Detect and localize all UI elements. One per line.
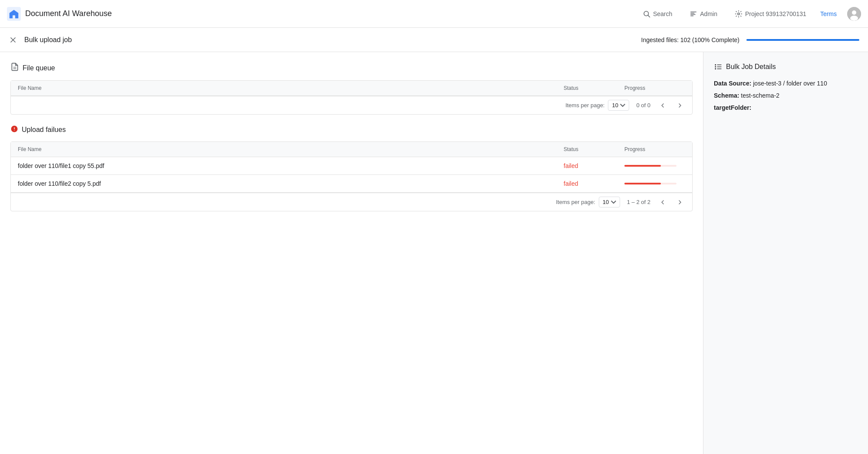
search-label: Search [653,10,672,17]
failures-prev-page-icon [659,199,666,206]
upload-failures-title: Upload failues [22,126,66,134]
ingestion-progress-bar [746,39,859,41]
detail-schema: Schema: test-schema-2 [714,92,858,99]
detail-data-source: Data Source: jose-test-3 / folder over 1… [714,80,858,87]
file-queue-items-per-page-select[interactable]: 10 25 50 [608,100,629,111]
file-queue-icon [10,63,19,73]
admin-icon [690,10,697,18]
ingestion-info: Ingested files: 102 (100% Complete) [641,36,859,43]
data-source-label: Data Source: [714,80,751,87]
items-per-page-label-2: Items per page: [556,199,595,205]
failure-row-2-filename: folder over 110/file2 copy 5.pdf [18,180,564,187]
bulk-upload-title: Bulk upload job [24,36,72,44]
app-title: Document AI Warehouse [25,9,112,18]
failures-next-page-icon [677,199,683,206]
target-folder-label: targetFolder: [714,104,751,111]
file-queue-col-filename: File Name [18,85,564,91]
error-icon [10,125,18,135]
close-button[interactable] [9,36,17,44]
failures-col-filename: File Name [18,146,564,152]
upload-failures-table-footer: Items per page: 10 25 50 1 – 2 of 2 [11,193,692,211]
upload-failures-items-per-page-select[interactable]: 10 25 50 [599,197,620,207]
data-source-value: jose-test-3 / folder over 110 [753,80,827,87]
upload-failures-items-per-page: Items per page: 10 25 50 [556,197,620,207]
ingestion-progress-fill [746,39,859,41]
app-logo-icon [7,7,21,21]
upload-failures-pagination-info: 1 – 2 of 2 [627,199,650,205]
terms-button[interactable]: Terms [820,10,837,17]
svg-rect-20 [715,66,716,68]
table-row: folder over 110/file2 copy 5.pdf failed [11,175,692,193]
file-queue-title: File queue [23,64,55,72]
schema-value: test-schema-2 [741,92,779,99]
failure-row-2-progress-bar [624,183,677,184]
upload-failures-table: File Name Status Progress folder over 11… [10,141,693,211]
upload-failures-section-title: Upload failues [10,125,693,135]
schema-label: Schema: [714,92,739,99]
prev-page-icon [659,102,666,109]
app-logo: Document AI Warehouse [7,7,639,21]
upload-failures-next-page-button[interactable] [675,197,685,207]
file-queue-table-header: File Name Status Progress [11,81,692,96]
header-actions: Search Admin Project 939132700131 Terms [639,7,861,21]
upload-failures-prev-page-button[interactable] [657,197,668,207]
svg-point-10 [852,10,856,15]
right-panel: Bulk Job Details Data Source: jose-test-… [703,52,868,454]
left-content: File queue File Name Status Progress Ite… [0,52,703,454]
sub-header: Bulk upload job Ingested files: 102 (100… [0,28,868,52]
items-per-page-label-1: Items per page: [565,102,604,109]
svg-rect-21 [715,68,716,69]
gear-icon [735,10,743,18]
failures-col-status: Status [564,146,624,152]
admin-label: Admin [700,10,717,17]
svg-point-11 [850,16,858,21]
failure-row-1-progress-fill [624,165,661,167]
next-page-icon [677,102,683,109]
app-header: Document AI Warehouse Search Admin Pr [0,0,868,28]
table-row: folder over 110/file1 copy 55.pdf failed [11,157,692,175]
file-queue-table-footer: Items per page: 10 25 50 0 of 0 [11,96,692,114]
close-icon [9,36,17,44]
avatar[interactable] [847,7,861,21]
failures-col-progress: Progress [624,146,685,152]
file-queue-table: File Name Status Progress Items per page… [10,80,693,115]
main-layout: File queue File Name Status Progress Ite… [0,52,868,454]
file-queue-col-status: Status [564,85,624,91]
svg-rect-19 [715,64,716,66]
search-button[interactable]: Search [639,8,676,20]
admin-button[interactable]: Admin [686,8,721,20]
search-icon [643,10,650,18]
bulk-job-details-title: Bulk Job Details [714,63,858,71]
file-queue-next-page-button[interactable] [675,100,685,111]
svg-rect-1 [13,16,15,18]
file-queue-col-progress: Progress [624,85,685,91]
svg-line-3 [648,15,650,17]
file-queue-section-title: File queue [10,63,693,73]
svg-point-18 [14,130,15,131]
svg-point-8 [738,13,740,15]
project-label: Project 939132700131 [745,10,806,17]
failure-row-1-status: failed [564,162,624,169]
detail-target-folder: targetFolder: [714,104,858,111]
file-queue-prev-page-button[interactable] [657,100,668,111]
upload-failures-table-header: File Name Status Progress [11,142,692,157]
file-queue-pagination-info: 0 of 0 [636,102,650,109]
failure-row-2-status: failed [564,180,624,187]
file-queue-items-per-page: Items per page: 10 25 50 [565,100,629,111]
list-icon [714,63,723,71]
failure-row-1-progress-bar [624,165,677,167]
failure-row-1-filename: folder over 110/file1 copy 55.pdf [18,162,564,169]
ingested-files-label: Ingested files: 102 (100% Complete) [641,36,739,43]
project-button[interactable]: Project 939132700131 [731,8,810,20]
failure-row-2-progress-fill [624,183,661,184]
avatar-icon [847,7,861,21]
